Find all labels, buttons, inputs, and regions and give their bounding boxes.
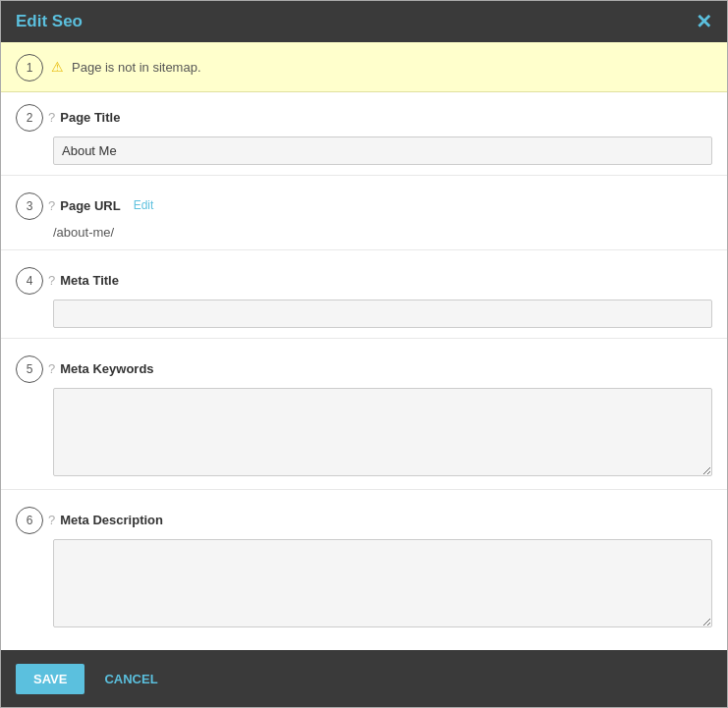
page-url-section: 3 ? Page URL Edit /about-me/ [1, 181, 727, 245]
meta-description-help-icon[interactable]: ? [48, 513, 55, 527]
meta-description-label: Meta Description [60, 513, 163, 527]
page-url-edit-link[interactable]: Edit [134, 198, 154, 212]
meta-keywords-help-icon[interactable]: ? [48, 361, 55, 376]
step-2-circle: 2 [16, 104, 43, 132]
page-title-label-row: 2 ? Page Title [16, 102, 712, 132]
notice-text: Page is not in sitemap. [72, 60, 201, 75]
meta-description-textarea[interactable] [53, 539, 712, 627]
step-1-circle: 1 [16, 54, 43, 82]
modal-header: Edit Seo ✕ [1, 1, 727, 42]
page-url-label: Page URL [60, 198, 120, 213]
page-title-section: 2 ? Page Title [1, 92, 727, 170]
edit-seo-modal: Edit Seo ✕ 1 ⚠ Page is not in sitemap. 2… [0, 0, 728, 708]
meta-title-label: Meta Title [60, 273, 119, 288]
modal-body: 1 ⚠ Page is not in sitemap. 2 ? Page Tit… [1, 42, 727, 650]
warning-icon: ⚠ [51, 59, 64, 75]
meta-keywords-textarea[interactable] [53, 388, 712, 476]
meta-description-label-row: 6 ? Meta Description [16, 505, 712, 534]
page-title-label: Page Title [60, 110, 120, 125]
save-button[interactable]: SAVE [16, 664, 84, 694]
meta-title-input[interactable] [53, 300, 712, 328]
cancel-button[interactable]: CANCEL [99, 664, 162, 694]
step-4-circle: 4 [16, 267, 43, 295]
page-title-help-icon[interactable]: ? [48, 110, 55, 125]
meta-description-section: 6 ? Meta Description [1, 495, 727, 635]
page-title-input[interactable] [53, 136, 712, 165]
modal-title: Edit Seo [16, 12, 83, 31]
step-3-circle: 3 [16, 192, 43, 220]
step-5-circle: 5 [16, 355, 43, 383]
notice-bar: 1 ⚠ Page is not in sitemap. [1, 42, 727, 92]
meta-keywords-section: 5 ? Meta Keywords [1, 344, 727, 484]
step-6-circle: 6 [16, 507, 43, 534]
close-icon[interactable]: ✕ [696, 10, 712, 33]
page-url-value: /about-me/ [53, 223, 114, 242]
modal-footer: SAVE CANCEL [1, 650, 727, 707]
meta-keywords-label: Meta Keywords [60, 361, 153, 376]
meta-title-section: 4 ? Meta Title [1, 255, 727, 333]
page-url-help-icon[interactable]: ? [48, 198, 55, 213]
meta-title-label-row: 4 ? Meta Title [16, 265, 712, 295]
meta-title-help-icon[interactable]: ? [48, 273, 55, 288]
page-url-label-row: 3 ? Page URL Edit [16, 191, 712, 220]
meta-keywords-label-row: 5 ? Meta Keywords [16, 354, 712, 383]
